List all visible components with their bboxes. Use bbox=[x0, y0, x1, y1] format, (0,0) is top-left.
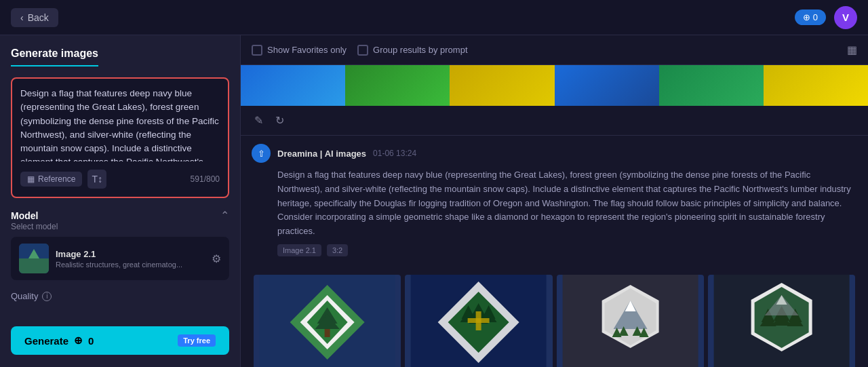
ratio-tag: 3:2 bbox=[327, 244, 348, 256]
group-checkbox-input[interactable] bbox=[357, 45, 368, 56]
credits-badge: ⊕ 0 bbox=[795, 9, 826, 25]
message-block: ⇧ Dreamina | AI images 01-06 13:24 Desig… bbox=[241, 136, 868, 273]
generated-image-4[interactable] bbox=[708, 275, 855, 367]
prompt-actions: ▦ Reference T↕ bbox=[20, 170, 106, 189]
generate-credits-icon: ⊕ bbox=[74, 334, 83, 347]
strip-segment-3 bbox=[450, 65, 554, 106]
strip-segment-2 bbox=[345, 65, 450, 106]
reference-label: Reference bbox=[38, 174, 75, 184]
text-format-button[interactable]: T↕ bbox=[87, 170, 106, 189]
generate-button[interactable]: Generate ⊕ 0 Try free bbox=[11, 326, 229, 355]
image-grid bbox=[241, 273, 868, 367]
main-layout: Generate images Design a flag that featu… bbox=[0, 35, 868, 367]
message-date: 01-06 13:24 bbox=[373, 149, 416, 158]
topbar-right: ⊕ 0 V bbox=[795, 6, 857, 29]
back-label: Back bbox=[28, 12, 49, 23]
char-count: 591/800 bbox=[191, 174, 220, 184]
message-sender: Dreamina | AI images bbox=[277, 149, 366, 159]
edit-button-top[interactable]: ✎ bbox=[252, 111, 266, 130]
results-content: ✎ ↻ ⇧ Dreamina | AI images 01-06 13:24 D… bbox=[241, 65, 868, 367]
top-image-strip bbox=[241, 65, 868, 106]
back-button[interactable]: ‹ Back bbox=[11, 8, 58, 27]
generated-image-1[interactable] bbox=[254, 275, 401, 367]
model-desc: Realistic structures, great cinematog... bbox=[56, 260, 205, 269]
avatar[interactable]: V bbox=[834, 6, 857, 29]
strip-segment-5 bbox=[659, 65, 764, 106]
credits-count: 0 bbox=[813, 12, 818, 22]
model-tag: Image 2.1 bbox=[277, 244, 321, 256]
generated-image-3[interactable] bbox=[557, 275, 704, 367]
generated-image-2[interactable] bbox=[405, 275, 552, 367]
settings-icon[interactable]: ⚙ bbox=[212, 252, 221, 265]
layout-icon[interactable]: ▦ bbox=[847, 43, 857, 56]
refresh-button-top[interactable]: ↻ bbox=[273, 111, 287, 130]
top-action-row: ✎ ↻ bbox=[241, 106, 868, 136]
generate-btn-left: Generate ⊕ 0 bbox=[24, 334, 94, 347]
message-meta: Dreamina | AI images 01-06 13:24 bbox=[277, 149, 416, 159]
group-by-prompt-checkbox[interactable]: Group results by prompt bbox=[357, 45, 467, 56]
generate-label: Generate bbox=[24, 335, 68, 347]
avatar-initial: V bbox=[842, 12, 849, 23]
message-text: Design a flag that features deep navy bl… bbox=[277, 168, 857, 239]
prompt-area: Design a flag that features deep navy bl… bbox=[11, 77, 229, 198]
model-section: Model ⌃ Select model Image 2.1 Realistic… bbox=[11, 209, 229, 280]
favorites-checkbox-input[interactable] bbox=[252, 45, 262, 56]
message-tags: Image 2.1 3:2 bbox=[277, 244, 857, 256]
credits-icon: ⊕ bbox=[803, 12, 810, 22]
model-card[interactable]: Image 2.1 Realistic structures, great ci… bbox=[11, 237, 229, 280]
show-favorites-label: Show Favorites only bbox=[267, 45, 347, 55]
ai-avatar: ⇧ bbox=[252, 144, 271, 163]
try-free-badge: Try free bbox=[178, 334, 216, 347]
ai-icon-symbol: ⇧ bbox=[258, 149, 265, 159]
message-header: ⇧ Dreamina | AI images 01-06 13:24 bbox=[252, 144, 857, 163]
reference-button[interactable]: ▦ Reference bbox=[20, 172, 82, 187]
show-favorites-checkbox[interactable]: Show Favorites only bbox=[252, 45, 347, 56]
select-model-label: Select model bbox=[11, 222, 229, 231]
svg-rect-20 bbox=[468, 318, 490, 323]
back-icon: ‹ bbox=[20, 12, 24, 23]
quality-info-icon[interactable]: i bbox=[42, 292, 52, 301]
model-name: Image 2.1 bbox=[56, 249, 205, 259]
model-thumbnail bbox=[19, 244, 49, 273]
group-by-prompt-label: Group results by prompt bbox=[373, 45, 467, 55]
svg-rect-1 bbox=[19, 258, 49, 273]
text-icon: T↕ bbox=[92, 174, 103, 185]
prompt-textarea[interactable]: Design a flag that features deep navy bl… bbox=[20, 87, 220, 161]
model-section-title: Model bbox=[11, 210, 38, 221]
topbar: ‹ Back ⊕ 0 V bbox=[0, 0, 868, 35]
generate-count: 0 bbox=[88, 335, 94, 347]
prompt-footer: ▦ Reference T↕ 591/800 bbox=[20, 170, 220, 189]
left-panel: Generate images Design a flag that featu… bbox=[0, 35, 241, 367]
svg-rect-9 bbox=[325, 329, 330, 337]
strip-segment-4 bbox=[555, 65, 659, 106]
panel-title-container: Generate images bbox=[11, 47, 229, 66]
strip-segment-1 bbox=[241, 65, 345, 106]
model-info: Image 2.1 Realistic structures, great ci… bbox=[56, 249, 205, 269]
right-panel: Show Favorites only Group results by pro… bbox=[241, 35, 868, 367]
strip-segment-6 bbox=[764, 65, 868, 106]
reference-icon: ▦ bbox=[27, 174, 35, 184]
quality-row: Quality i bbox=[11, 291, 229, 301]
results-toolbar: Show Favorites only Group results by pro… bbox=[241, 35, 868, 65]
panel-title: Generate images bbox=[11, 47, 98, 66]
quality-label: Quality bbox=[11, 291, 38, 301]
collapse-icon[interactable]: ⌃ bbox=[220, 209, 229, 222]
model-section-header: Model ⌃ bbox=[11, 209, 229, 222]
